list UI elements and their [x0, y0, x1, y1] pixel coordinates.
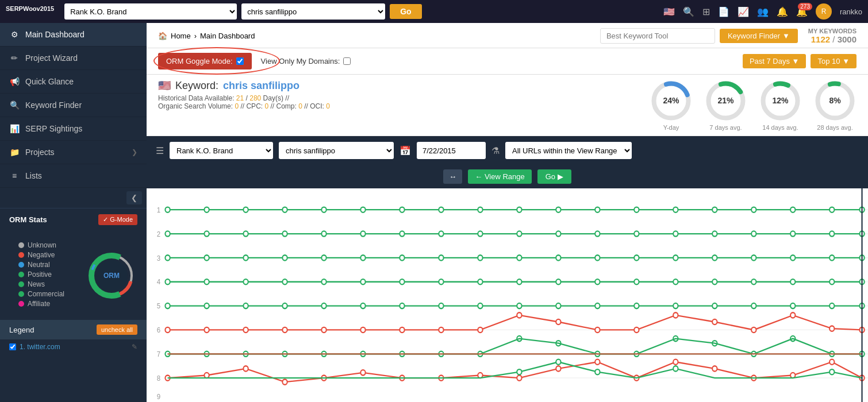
- svg-point-133: [243, 327, 248, 333]
- chart-project-select[interactable]: Rank K.O. Brand: [170, 142, 273, 159]
- bell-icon[interactable]: 🔔 273: [796, 6, 808, 17]
- gauge-7day-label: 7 days avg.: [704, 124, 747, 131]
- gauge-7day-svg: 21%: [704, 79, 747, 122]
- svg-text:ORM: ORM: [103, 272, 120, 280]
- sidebar-item-keyword-finder[interactable]: 🔍 Keyword Finder: [0, 94, 147, 117]
- orm-controls: ORM Goggle Mode: View Only My Domains:: [158, 53, 351, 69]
- svg-point-143: [634, 327, 639, 333]
- support-icon[interactable]: 🔔: [777, 6, 788, 17]
- project-select[interactable]: Rank K.O. Brand: [64, 3, 237, 20]
- svg-point-129: [829, 303, 834, 308]
- chart-icon[interactable]: 📈: [738, 6, 749, 17]
- historical-used-link[interactable]: 21: [236, 94, 244, 102]
- orm-goggle-button[interactable]: ORM Goggle Mode:: [158, 53, 252, 69]
- filter-icon[interactable]: ⚗: [491, 145, 500, 156]
- go-chart-button[interactable]: Go ▶: [537, 169, 571, 184]
- svg-point-97: [321, 279, 326, 284]
- domain-checkbox[interactable]: [9, 343, 16, 350]
- svg-point-112: [165, 303, 170, 308]
- sidebar-item-serp-sightings[interactable]: 📊 SERP Sightings: [0, 117, 147, 141]
- wizard-icon: ✏: [9, 53, 20, 63]
- view-range-button[interactable]: ← View Range: [468, 169, 531, 184]
- calendar-icon[interactable]: 📅: [400, 145, 411, 156]
- legend-domain-item: 1. twitter.com ✎: [0, 339, 147, 354]
- url-filter-select[interactable]: All URLs within the View Range: [505, 142, 632, 159]
- svg-point-123: [595, 303, 600, 308]
- svg-point-136: [360, 327, 365, 333]
- g-mode-button[interactable]: ✓ G-Mode: [98, 214, 137, 225]
- svg-point-51: [751, 207, 756, 212]
- svg-point-124: [634, 303, 639, 308]
- users-icon[interactable]: 👥: [757, 6, 769, 17]
- gauge-14day: 12% 14 days avg.: [759, 79, 802, 131]
- svg-point-57: [243, 231, 248, 236]
- breadcrumb: 🏠 Home › Main Dashboard: [158, 32, 255, 40]
- keyword-title-row: 🇺🇸 Keyword: chris sanfilippo: [158, 79, 330, 92]
- orm-toolbar: ORM Goggle Mode: View Only My Domains: P…: [147, 48, 868, 75]
- historical-total-link[interactable]: 280: [249, 94, 261, 102]
- svg-text:9: 9: [157, 393, 161, 401]
- svg-point-182: [673, 360, 678, 365]
- cpc-link[interactable]: 0: [264, 102, 268, 110]
- topnav: SERPWoov2015 Rank K.O. Brand chris sanfi…: [0, 0, 868, 23]
- svg-point-105: [634, 279, 639, 284]
- svg-point-42: [400, 207, 404, 212]
- uncheck-all-button[interactable]: uncheck all: [97, 324, 137, 335]
- oci-link[interactable]: 0: [326, 102, 330, 110]
- keyword-search-input[interactable]: [600, 28, 715, 44]
- menu-icon[interactable]: ☰: [156, 145, 164, 156]
- svg-point-36: [165, 207, 170, 212]
- svg-point-191: [673, 366, 678, 371]
- sidebar-item-main-dashboard[interactable]: ⚙ Main Dashboard: [0, 23, 147, 47]
- svg-text:7: 7: [157, 350, 161, 358]
- sidebar-item-quick-glance[interactable]: 📢 Quick Glance: [0, 70, 147, 94]
- chart-area: 1 2 3 4 5 6 7 8 9: [147, 188, 868, 402]
- keywords-used: 1122: [811, 34, 830, 44]
- top10-button[interactable]: Top 10 ▼: [811, 54, 857, 68]
- svg-point-142: [595, 327, 600, 333]
- sidebar-collapse-button[interactable]: ❮: [126, 191, 142, 204]
- svg-point-65: [556, 231, 560, 236]
- keyword-finder-button[interactable]: Keyword Finder ▼: [720, 29, 798, 43]
- svg-point-72: [829, 231, 834, 236]
- keyword-select[interactable]: chris sanfilippo: [241, 3, 385, 20]
- svg-point-49: [673, 207, 678, 212]
- user-avatar[interactable]: R: [816, 3, 832, 20]
- legend-positive: Positive: [18, 270, 70, 279]
- arrows-button[interactable]: ↔: [443, 169, 462, 184]
- svg-point-138: [439, 327, 443, 333]
- comp-link[interactable]: 0: [298, 102, 302, 110]
- grid-icon[interactable]: ⊞: [702, 6, 710, 17]
- doc-icon[interactable]: 📄: [718, 6, 729, 17]
- svg-point-170: [204, 373, 209, 378]
- svg-point-118: [400, 303, 404, 308]
- view-domains-checkbox[interactable]: [343, 57, 351, 65]
- chart-keyword-select[interactable]: chris sanfilippo: [279, 142, 394, 159]
- organic-link[interactable]: 0: [235, 102, 239, 110]
- orm-stats-header: ORM Stats ✓ G-Mode: [0, 208, 147, 231]
- date-input[interactable]: [417, 142, 486, 159]
- sidebar-item-lists[interactable]: ≡ Lists: [0, 164, 147, 188]
- svg-point-128: [790, 303, 795, 308]
- svg-point-52: [790, 207, 795, 212]
- sidebar-item-projects[interactable]: 📁 Projects ❯: [0, 141, 147, 164]
- sidebar-item-project-wizard[interactable]: ✏ Project Wizard: [0, 47, 147, 70]
- orm-goggle-checkbox[interactable]: [236, 57, 244, 65]
- svg-point-53: [829, 207, 834, 212]
- keyword-flag: 🇺🇸: [158, 79, 171, 92]
- svg-point-186: [829, 360, 834, 365]
- svg-point-50: [712, 207, 717, 212]
- past-days-button[interactable]: Past 7 Days ▼: [743, 54, 806, 68]
- svg-text:24%: 24%: [663, 96, 679, 105]
- search-icon[interactable]: 🔍: [683, 6, 694, 17]
- gauge-28day-label: 28 days avg.: [813, 124, 857, 131]
- svg-point-131: [165, 327, 170, 333]
- svg-point-135: [321, 327, 326, 333]
- quick-glance-icon: 📢: [9, 77, 20, 86]
- svg-point-178: [517, 376, 521, 381]
- home-icon: 🏠: [158, 32, 167, 40]
- donut-svg: ORM: [86, 250, 137, 302]
- view-domains-control: View Only My Domains:: [261, 57, 351, 65]
- edit-icon[interactable]: ✎: [132, 343, 137, 351]
- go-button[interactable]: Go: [390, 4, 421, 19]
